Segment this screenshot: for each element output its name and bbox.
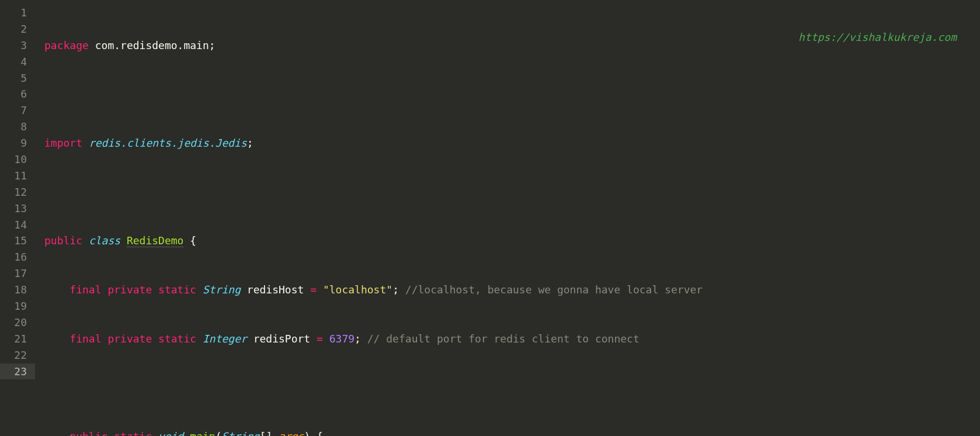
code-line: final private static String redisHost = …	[35, 282, 980, 298]
line-number: 3	[5, 37, 27, 54]
code-line: final private static Integer redisPort =…	[35, 331, 980, 347]
line-number-gutter: 1 2 3 4 5 6 7 8 9 10 11 12 13 14 15 16 1…	[0, 0, 35, 436]
code-editor[interactable]: 1 2 3 4 5 6 7 8 9 10 11 12 13 14 15 16 1…	[0, 0, 980, 436]
code-line: public class RedisDemo {	[35, 233, 980, 249]
code-line	[35, 379, 980, 396]
line-number: 19	[5, 298, 27, 314]
code-line	[35, 184, 980, 200]
line-number: 16	[5, 249, 27, 265]
line-number: 22	[5, 347, 27, 364]
line-number: 4	[5, 54, 27, 70]
code-line: import redis.clients.jedis.Jedis;	[35, 135, 980, 151]
line-number: 6	[5, 86, 27, 102]
line-number: 23	[0, 364, 35, 380]
line-number: 9	[5, 135, 27, 151]
line-number: 11	[5, 168, 27, 184]
line-number: 10	[5, 151, 27, 168]
line-number: 14	[5, 217, 27, 233]
watermark-link[interactable]: https://vishalkukreja.com	[798, 29, 957, 46]
line-number: 1	[5, 5, 27, 21]
line-number: 18	[5, 282, 27, 298]
line-number: 15	[5, 233, 27, 249]
line-number: 21	[5, 331, 27, 347]
code-line: public static void main(String[] args) {	[35, 428, 980, 436]
line-number: 12	[5, 184, 27, 200]
line-number: 17	[5, 265, 27, 282]
line-number: 7	[5, 102, 27, 119]
line-number: 5	[5, 70, 27, 86]
line-number: 8	[5, 119, 27, 135]
code-line	[35, 86, 980, 102]
line-number: 13	[5, 200, 27, 217]
line-number: 20	[5, 314, 27, 331]
code-content[interactable]: package com.redisdemo.main; import redis…	[35, 0, 980, 436]
line-number: 2	[5, 21, 27, 37]
